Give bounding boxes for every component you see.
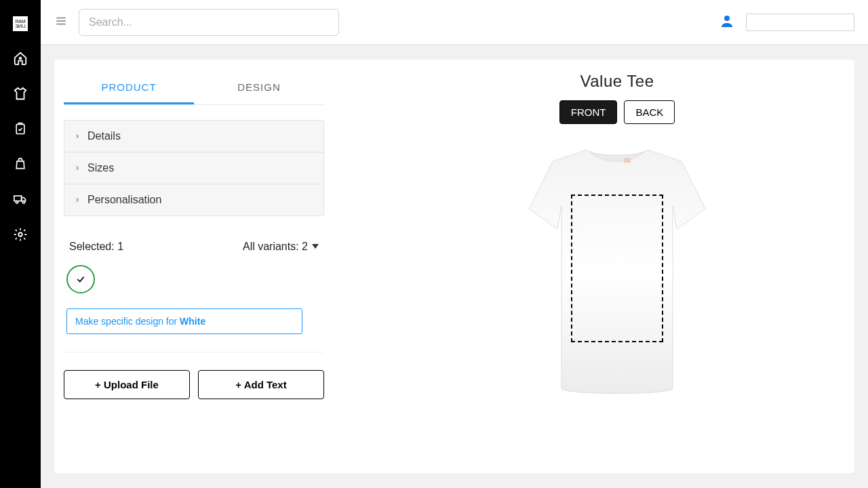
- svg-point-9: [724, 16, 730, 21]
- tab-design[interactable]: DESIGN: [194, 72, 324, 104]
- view-back-button[interactable]: BACK: [624, 100, 675, 124]
- search-input[interactable]: [79, 9, 339, 36]
- divider: [64, 352, 324, 352]
- product-mockup[interactable]: [522, 144, 712, 402]
- svg-marker-10: [312, 244, 319, 249]
- tab-product[interactable]: PRODUCT: [64, 72, 194, 104]
- clipboard-icon[interactable]: [12, 121, 28, 137]
- svg-point-0: [20, 58, 22, 60]
- svg-rect-1: [16, 124, 24, 134]
- user-icon[interactable]: [719, 13, 735, 32]
- svg-rect-11: [624, 158, 631, 163]
- accordion-personalisation[interactable]: Personalisation: [64, 184, 323, 216]
- topbar: [41, 0, 868, 45]
- selected-count: Selected: 1: [69, 241, 123, 253]
- specific-design-prefix: Make specific design for: [75, 316, 180, 327]
- view-toggle: FRONT BACK: [559, 100, 675, 124]
- bag-icon[interactable]: [12, 156, 28, 172]
- chevron-right-icon: [74, 163, 81, 173]
- accordion-sizes[interactable]: Sizes: [64, 152, 323, 184]
- variants-dropdown-label: All variants: 2: [243, 241, 308, 253]
- shirt-icon[interactable]: [12, 85, 28, 102]
- product-title: Value Tee: [580, 72, 654, 91]
- view-front-button[interactable]: FRONT: [559, 100, 618, 124]
- chevron-right-icon: [74, 195, 81, 205]
- side-nav: MARLINE: [0, 0, 41, 488]
- product-accordion: Details Sizes Personalisation: [64, 120, 324, 216]
- truck-icon[interactable]: [12, 191, 28, 207]
- accordion-details[interactable]: Details: [64, 121, 323, 152]
- color-swatch-white[interactable]: [66, 265, 95, 293]
- make-specific-design-button[interactable]: Make specific design for White: [66, 308, 302, 334]
- brand-logo: MARLINE: [13, 16, 28, 31]
- chevron-right-icon: [74, 131, 81, 141]
- variants-dropdown[interactable]: All variants: 2: [243, 241, 319, 253]
- caret-down-icon: [312, 244, 319, 249]
- gear-icon[interactable]: [12, 226, 28, 243]
- home-icon[interactable]: [12, 50, 28, 66]
- check-icon: [75, 274, 86, 284]
- svg-rect-2: [14, 196, 22, 201]
- print-area[interactable]: [571, 195, 663, 342]
- add-text-button[interactable]: + Add Text: [198, 370, 324, 399]
- accordion-label: Sizes: [87, 162, 114, 174]
- svg-point-4: [22, 201, 24, 203]
- accordion-label: Details: [87, 130, 121, 142]
- menu-icon[interactable]: [54, 15, 68, 30]
- specific-design-color: White: [180, 316, 205, 327]
- svg-point-5: [18, 232, 22, 237]
- variant-section: Selected: 1 All variants: 2: [64, 241, 324, 334]
- upload-file-button[interactable]: + Upload File: [64, 370, 190, 399]
- accordion-label: Personalisation: [87, 194, 161, 206]
- header-field[interactable]: [746, 14, 854, 31]
- svg-point-3: [16, 201, 18, 203]
- editor-tabs: PRODUCT DESIGN: [64, 72, 324, 105]
